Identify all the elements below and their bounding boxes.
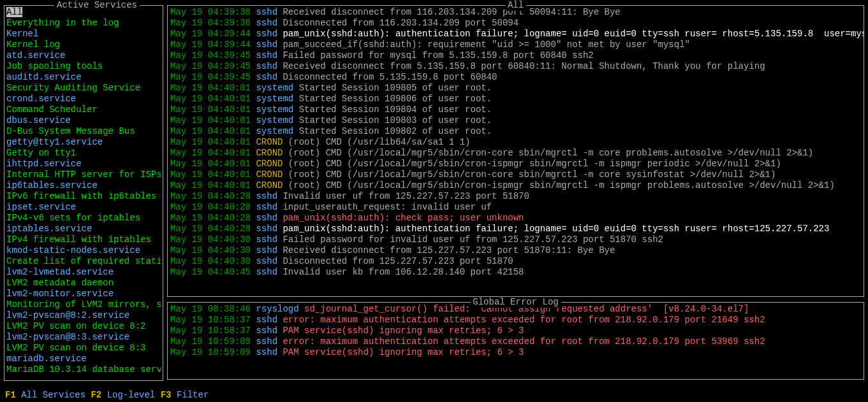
- log-line: May 19 04:39:45 sshd Disconnected from 5…: [170, 72, 861, 83]
- log-line: May 19 04:39:45 sshd Failed password for…: [170, 50, 861, 61]
- service-description: MariaDB 10.3.14 database serve: [6, 364, 161, 375]
- service-description: IPv4 firewall with iptables: [6, 234, 161, 245]
- service-item[interactable]: atd.service: [6, 50, 161, 61]
- footer-bar: F1 All Services F2 Log-level F3 Filter: [5, 390, 863, 401]
- service-description: Kernel log: [6, 39, 161, 50]
- log-line: May 19 04:39:36 sshd Disconnected from 1…: [170, 18, 861, 29]
- footer-label[interactable]: Log-level: [101, 390, 155, 400]
- log-line: May 19 04:40:01 CROND (root) CMD (/usr/l…: [170, 148, 861, 159]
- log-line: May 19 04:39:45 sshd Received disconnect…: [170, 61, 861, 72]
- service-description: Security Auditing Service: [6, 83, 161, 94]
- error-log-panel: Global Error Log May 19 08:38:46 rsyslog…: [167, 302, 864, 380]
- service-description: IPv4-v6 sets for iptables: [6, 213, 161, 224]
- log-line: May 19 04:40:28 sshd input_userauth_requ…: [170, 202, 861, 213]
- error-log-body[interactable]: May 19 08:38:46 rsyslogd sd_journal_get_…: [168, 303, 864, 379]
- service-description: D-Bus System Message Bus: [6, 126, 161, 137]
- service-item[interactable]: auditd.service: [6, 72, 161, 83]
- log-line: May 19 10:59:09 sshd PAM service(sshd) i…: [170, 347, 861, 358]
- service-item[interactable]: iptables.service: [6, 224, 161, 234]
- all-log-panel: All May 19 04:39:36 sshd Received discon…: [167, 5, 864, 297]
- service-description: Getty on tty1: [6, 148, 161, 159]
- service-item[interactable]: dbus.service: [6, 115, 161, 126]
- service-item[interactable]: getty@tty1.service: [6, 137, 161, 148]
- service-item[interactable]: Kernel: [6, 29, 161, 39]
- log-line: May 19 04:40:01 CROND (root) CMD (/usr/l…: [170, 137, 861, 148]
- service-description: LVM2 PV scan on device 8:2: [6, 321, 161, 332]
- log-line: May 19 04:40:01 systemd Started Session …: [170, 94, 861, 104]
- app-root: Active Services AllEverything in the log…: [0, 0, 868, 402]
- all-log-body[interactable]: May 19 04:39:36 sshd Received disconnect…: [168, 6, 864, 296]
- active-services-list[interactable]: AllEverything in the logKernelKernel log…: [4, 6, 163, 380]
- footer-key[interactable]: F3: [161, 390, 172, 400]
- footer-label[interactable]: Filter: [171, 390, 209, 400]
- log-line: May 19 04:40:01 CROND (root) CMD (/usr/l…: [170, 159, 861, 169]
- active-services-title: Active Services: [54, 0, 140, 11]
- log-line: May 19 10:59:09 sshd error: maximum auth…: [170, 336, 861, 347]
- log-line: May 19 04:40:28 sshd pam_unix(sshd:auth)…: [170, 224, 861, 234]
- log-line: May 19 04:40:45 sshd Invalid user kb fro…: [170, 267, 861, 278]
- service-description: Internal HTTP server for ISPsy: [6, 169, 161, 180]
- active-services-panel: Active Services AllEverything in the log…: [4, 5, 163, 381]
- service-description: Job spooling tools: [6, 61, 161, 72]
- log-line: May 19 04:40:01 systemd Started Session …: [170, 83, 861, 94]
- footer-key[interactable]: F2: [91, 390, 101, 400]
- service-item[interactable]: ip6tables.service: [6, 180, 161, 191]
- log-line: May 19 04:40:30 sshd Received disconnect…: [170, 245, 861, 256]
- footer-label[interactable]: All Services: [16, 390, 85, 400]
- log-line: May 19 04:39:44 sshd pam_succeed_if(sshd…: [170, 39, 861, 50]
- service-description: Create list of required static: [6, 256, 161, 267]
- log-line: May 19 04:40:01 CROND (root) CMD (/usr/l…: [170, 180, 861, 191]
- service-item[interactable]: lvm2-pvscan@8:3.service: [6, 332, 161, 343]
- service-item[interactable]: ihttpd.service: [6, 159, 161, 169]
- log-line: May 19 04:40:28 sshd Invalid user uf fro…: [170, 191, 861, 202]
- log-line: May 19 10:58:37 sshd error: maximum auth…: [170, 315, 861, 326]
- service-description: LVM2 PV scan on device 8:3: [6, 343, 161, 354]
- log-line: May 19 04:40:01 CROND (root) CMD (/usr/l…: [170, 169, 861, 180]
- service-item[interactable]: lvm2-monitor.service: [6, 289, 161, 299]
- log-line: May 19 04:40:28 sshd pam_unix(sshd:auth)…: [170, 213, 861, 224]
- service-description: Everything in the log: [6, 18, 161, 29]
- log-line: May 19 04:40:01 systemd Started Session …: [170, 115, 861, 126]
- log-line: May 19 04:40:30 sshd Failed password for…: [170, 234, 861, 245]
- service-description: LVM2 metadata daemon: [6, 278, 161, 289]
- log-line: May 19 04:39:44 sshd pam_unix(sshd:auth)…: [170, 29, 861, 39]
- service-description: IPv6 firewall with ip6tables: [6, 191, 161, 202]
- service-item[interactable]: ipset.service: [6, 202, 161, 213]
- error-log-title: Global Error Log: [470, 297, 561, 308]
- service-item[interactable]: crond.service: [6, 94, 161, 104]
- log-line: May 19 04:40:01 systemd Started Session …: [170, 126, 861, 137]
- service-item[interactable]: kmod-static-nodes.service: [6, 245, 161, 256]
- log-line: May 19 10:58:37 sshd PAM service(sshd) i…: [170, 326, 861, 336]
- all-log-title: All: [505, 0, 526, 11]
- service-item[interactable]: mariadb.service: [6, 354, 161, 364]
- service-item[interactable]: lvm2-lvmetad.service: [6, 267, 161, 278]
- service-item[interactable]: lvm2-pvscan@8:2.service: [6, 310, 161, 321]
- log-line: May 19 04:40:30 sshd Disconnected from 1…: [170, 256, 861, 267]
- footer-key[interactable]: F1: [5, 390, 16, 400]
- log-line: May 19 04:40:01 systemd Started Session …: [170, 104, 861, 115]
- service-description: Monitoring of LVM2 mirrors, sn: [6, 299, 161, 310]
- service-description: Command Scheduler: [6, 104, 161, 115]
